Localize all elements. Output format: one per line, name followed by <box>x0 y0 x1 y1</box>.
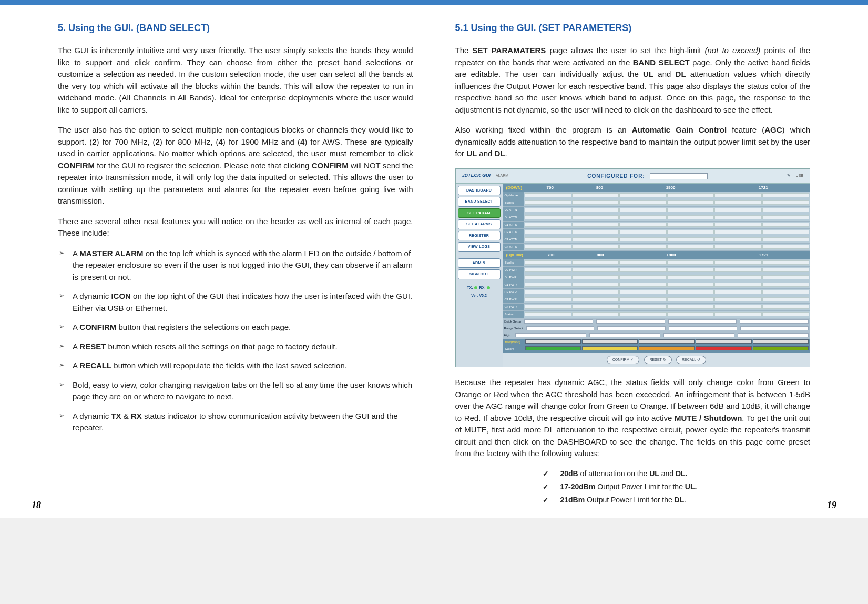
version-label: Ver: V0.2 <box>458 293 501 299</box>
status-mute-active <box>582 346 638 350</box>
gui-logo: JDTECK GUI <box>462 172 491 179</box>
connection-icon: USB <box>796 173 803 179</box>
left-column: 5. Using the GUI. (BAND SELECT) The GUI … <box>58 21 413 508</box>
document-spread: 5. Using the GUI. (BAND SELECT) The GUI … <box>0 0 868 518</box>
bullet-navtabs: Bold, easy to view, color changing navig… <box>58 379 413 403</box>
tab-set-param[interactable]: SET PARAM <box>458 208 501 218</box>
bullet-master-alarm: A MASTER ALARM on the top left which is … <box>58 248 413 284</box>
configured-for-input[interactable] <box>650 173 708 179</box>
reset-button[interactable]: RESET ↻ <box>644 356 672 365</box>
gui-footer: CONFIRM ✓ RESET ↻ RECALL ↺ <box>503 353 810 367</box>
check-20db: 20dB of attenuation on the UL and DL. <box>539 468 811 479</box>
band-header-up: (UpLink) 700 800 1900 1721 <box>503 251 810 259</box>
tab-view-logs[interactable]: VIEW LOGS <box>458 242 501 252</box>
bullet-recall: A RECALL button which will repopulate th… <box>58 360 413 372</box>
recall-button[interactable]: RECALL ↺ <box>676 356 706 365</box>
status-good <box>525 346 581 350</box>
right-para-1: The SET PARAMATERS page allows the user … <box>455 45 811 116</box>
tab-register[interactable]: REGISTER <box>458 231 501 241</box>
right-para-3: Because the repeater has dynamic AGC, th… <box>455 377 811 460</box>
bullet-confirm: A CONFIRM button that registers the sele… <box>58 321 413 334</box>
gui-screenshot: JDTECK GUI ALARM CONFIGURED FOR: ✎ USB D… <box>455 168 811 368</box>
pencil-icon[interactable]: ✎ <box>787 173 791 179</box>
status-agc-caution <box>639 346 695 350</box>
left-para-2: The user also has the option to select m… <box>58 124 413 207</box>
page-number-left: 18 <box>32 500 41 511</box>
status-color-row: Colors <box>503 346 810 353</box>
bullet-reset: A RESET button which resets all the sett… <box>58 341 413 353</box>
top-accent-bar <box>0 0 868 5</box>
range-select-row: Range Select <box>503 325 810 332</box>
confirm-button[interactable]: CONFIRM ✓ <box>607 356 640 365</box>
grid-uplink: Blocks UL PWR DL PWR C1 PWR C2 PWR C3 PW… <box>503 259 810 318</box>
tab-dashboard[interactable]: DASHBOARD <box>458 186 501 196</box>
master-alarm-indicator: ALARM <box>496 173 508 179</box>
status-danger-mute <box>753 346 809 350</box>
tab-band-select[interactable]: BAND SELECT <box>458 197 501 207</box>
gui-sidebar: DASHBOARD BAND SELECT SET PARAM SET ALAR… <box>456 184 503 367</box>
two-column-layout: 5. Using the GUI. (BAND SELECT) The GUI … <box>0 5 868 518</box>
gui-body: DASHBOARD BAND SELECT SET PARAM SET ALAR… <box>456 184 810 367</box>
gui-header: JDTECK GUI ALARM CONFIGURED FOR: ✎ USB <box>456 169 810 184</box>
left-para-1: The GUI is inherently intuitive and very… <box>58 45 413 116</box>
bw-row: B/W(Band) <box>503 339 810 346</box>
status-danger-txoff <box>696 346 751 350</box>
txrx-indicator: TX: RX: <box>458 285 501 291</box>
section-title-right: 5.1 Using the GUI. (SET PARAMETERS) <box>455 21 811 35</box>
tab-admin[interactable]: ADMIN <box>458 258 501 268</box>
check-21dbm: 21dBm Output Power Limit for the DL. <box>539 495 811 506</box>
left-para-3: There are several other neat features yo… <box>58 216 413 239</box>
quick-setup-row: Quick Setup <box>503 318 810 325</box>
check-17-20dbm: 17-20dBm Output Power Limit for the UL. <box>539 481 811 492</box>
tab-sign-out[interactable]: SIGN OUT <box>458 269 501 279</box>
high-row: High : <box>503 332 810 339</box>
page-number-right: 19 <box>827 500 836 511</box>
bullet-icon: A dynamic ICON on the top right of the G… <box>58 290 413 314</box>
grid-downlink: Op Name Blocks UL ATTN DL ATTN C1 ATTN C… <box>503 192 810 251</box>
right-para-2: Also working fixed within the program is… <box>455 124 811 160</box>
tab-set-alarms[interactable]: SET ALARMS <box>458 219 501 229</box>
feature-bullet-list: A MASTER ALARM on the top left which is … <box>58 248 413 434</box>
gui-main-panel: (DOWN) 700 800 1900 1721 Op Name Blocks … <box>503 184 810 367</box>
section-title-left: 5. Using the GUI. (BAND SELECT) <box>58 21 413 35</box>
configured-for-label: CONFIGURED FOR: <box>514 172 781 180</box>
right-column: 5.1 Using the GUI. (SET PARAMETERS) The … <box>455 21 811 508</box>
bullet-txrx: A dynamic TX & RX status indicator to sh… <box>58 410 413 434</box>
band-header-down: (DOWN) 700 800 1900 1721 <box>503 184 810 192</box>
preset-values-list: 20dB of attenuation on the UL and DL. 17… <box>455 468 811 506</box>
